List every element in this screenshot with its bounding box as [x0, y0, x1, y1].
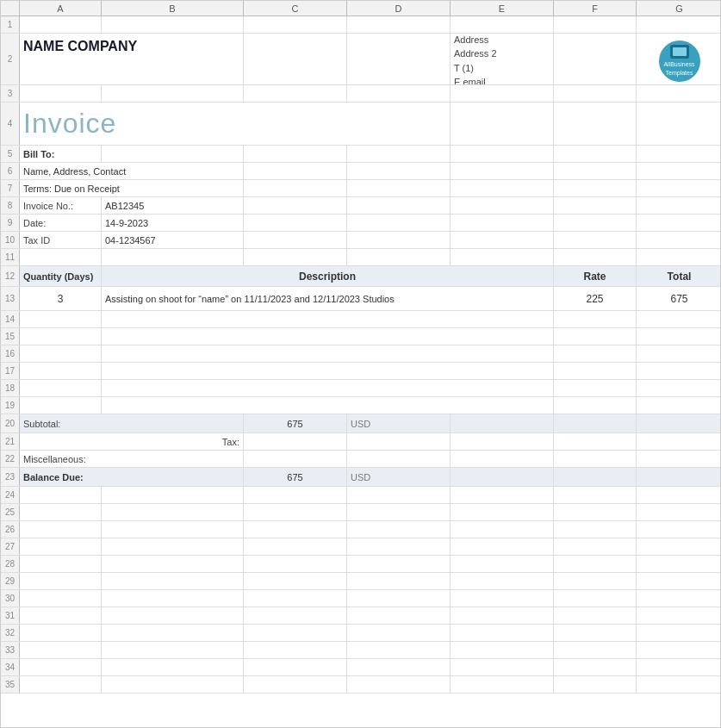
r1-b [102, 16, 244, 33]
row-num-28: 28 [1, 556, 20, 572]
row-num-32: 32 [1, 625, 20, 641]
r33-d [347, 642, 451, 658]
row-33: 33 [1, 642, 720, 659]
row-29: 29 [1, 573, 720, 590]
r33-f [554, 642, 637, 658]
balance-due-label: Balance Due: [23, 472, 84, 482]
r8-f [554, 197, 637, 214]
r34-a [20, 659, 102, 675]
description-header-label: Description [299, 271, 356, 283]
r16-g [637, 345, 721, 362]
r29-a [20, 573, 102, 589]
r21-d [347, 433, 451, 450]
r27-a [20, 538, 102, 555]
subtotal-currency-cell: USD [347, 414, 451, 432]
r28-f [554, 556, 637, 572]
r31-b [102, 607, 244, 624]
r31-f [554, 607, 637, 624]
r8-e [451, 197, 554, 214]
quantity-cell: 3 [20, 287, 102, 310]
r20-g [637, 414, 721, 432]
rate-value: 225 [586, 293, 603, 305]
r16-a [20, 345, 102, 362]
r34-d [347, 659, 451, 675]
row-16: 16 [1, 345, 720, 363]
r29-g [637, 573, 721, 589]
r14-a [20, 311, 102, 327]
r5-d [347, 146, 451, 162]
r22-g [637, 451, 721, 467]
r17-bce [102, 363, 554, 379]
r30-b [102, 590, 244, 607]
rate-header: Rate [554, 266, 637, 286]
r23-g [637, 468, 721, 486]
row-num-25: 25 [1, 504, 20, 520]
r1-f [554, 16, 637, 33]
phone: T (1) [454, 61, 474, 76]
row-2: 2 NAME COMPANY Address Address 2 T (1) E… [1, 34, 720, 85]
r34-b [102, 659, 244, 675]
r7-d [347, 180, 451, 196]
subtotal-value: 675 [287, 419, 302, 429]
logo-text1: AllBusiness [663, 60, 694, 68]
r5-e [451, 146, 554, 162]
r22-e [451, 451, 554, 467]
r18-bce [102, 380, 554, 396]
quantity-value: 3 [58, 293, 64, 305]
terms-cell: Terms: Due on Receipt [20, 180, 244, 196]
row-19: 19 [1, 397, 720, 414]
r3-b [102, 85, 244, 102]
r5-g [637, 146, 721, 162]
subtotal-value-cell: 675 [244, 414, 347, 432]
r4-g [637, 103, 721, 145]
r9-g [637, 215, 721, 231]
row-num-2: 2 [1, 34, 20, 84]
col-header-d: D [347, 1, 451, 16]
subtotal-label-cell: Subtotal: [20, 414, 244, 432]
r1-d [347, 16, 451, 33]
tax-id-label-cell: Tax ID [20, 232, 102, 248]
r29-e [451, 573, 554, 589]
row-10: 10 Tax ID 04-1234567 [1, 232, 720, 249]
invoice-no-label: Invoice No.: [23, 201, 73, 211]
r33-a [20, 642, 102, 658]
row-4: 4 Invoice [1, 103, 720, 146]
r3-c [244, 85, 347, 102]
bill-to-label-cell: Bill To: [20, 146, 102, 162]
r27-c [244, 538, 347, 555]
r32-a [20, 625, 102, 641]
r7-f [554, 180, 637, 196]
row-17: 17 [1, 363, 720, 380]
r17-f [554, 363, 637, 379]
r35-g [637, 676, 721, 693]
r25-g [637, 504, 721, 520]
r27-b [102, 538, 244, 555]
r7-c [244, 180, 347, 196]
r18-a [20, 380, 102, 396]
r26-a [20, 521, 102, 538]
row-14: 14 [1, 311, 720, 328]
r9-c [244, 215, 347, 231]
row-25: 25 [1, 504, 720, 521]
row-21-tax: 21 Tax: [1, 433, 720, 451]
address-block: Address Address 2 T (1) E email [451, 34, 554, 84]
r11-d [347, 249, 451, 265]
r10-d [347, 232, 451, 248]
r5-b [102, 146, 244, 162]
r25-d [347, 504, 451, 520]
description-header: Description [102, 266, 554, 286]
row-18: 18 [1, 380, 720, 397]
row-num-6: 6 [1, 163, 20, 179]
r32-g [637, 625, 721, 641]
row-num-header [1, 1, 20, 16]
r24-f [554, 487, 637, 503]
r16-bce [102, 345, 554, 362]
row-num-26: 26 [1, 521, 20, 538]
total-header: Total [637, 266, 721, 286]
r17-g [637, 363, 721, 379]
r33-c [244, 642, 347, 658]
row-num-11: 11 [1, 249, 20, 265]
row-num-29: 29 [1, 573, 20, 589]
tax-label-cell: Tax: [20, 433, 244, 450]
row-23-balance: 23 Balance Due: 675 USD [1, 468, 720, 487]
